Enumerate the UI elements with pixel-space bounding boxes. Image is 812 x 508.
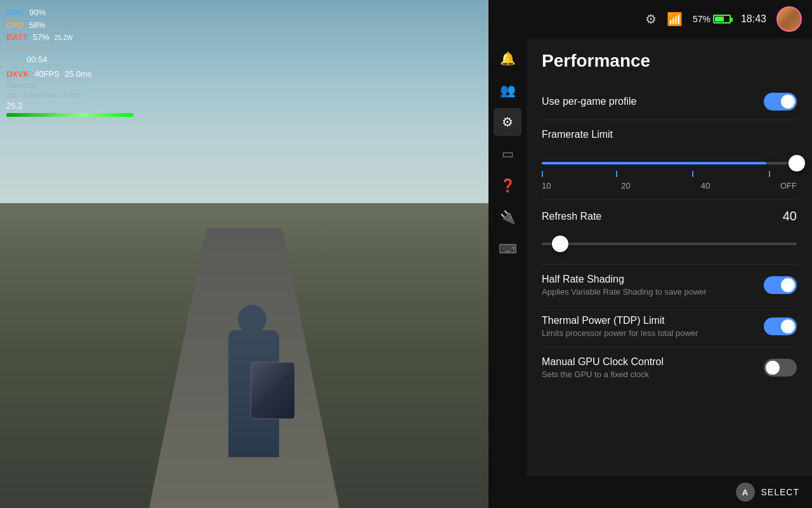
- refresh-slider-track: [542, 243, 797, 245]
- battery-fill: [715, 17, 724, 22]
- hud-overlay: GPU 90% CPU 58% BATT 57% 25.2W Remaining…: [6, 6, 133, 117]
- tdp-limit-knob: [781, 319, 795, 333]
- help-icon: ❓: [500, 178, 516, 193]
- tdp-limit-toggle[interactable]: [764, 318, 797, 335]
- slider-label-20: 20: [621, 181, 630, 190]
- bell-icon: 🔔: [500, 51, 516, 66]
- gpu-clock-row: Manual GPU Clock Control Sets the GPU to…: [542, 347, 797, 388]
- gpu-clock-toggle[interactable]: [764, 359, 797, 377]
- tdp-limit-sublabel: Limits processor power for less total po…: [542, 328, 698, 338]
- half-rate-shading-knob: [781, 278, 795, 292]
- framerate-slider-wrapper[interactable]: [542, 150, 797, 176]
- framerate-slider-labels: 10 20 40 OFF: [542, 181, 797, 190]
- half-rate-shading-text: Half Rate Shading Applies Variable Rate …: [542, 274, 707, 297]
- bottom-bar: A SELECT: [488, 476, 812, 508]
- hud-dxvk-fps: 40FPS: [34, 68, 60, 81]
- sidebar-item-settings[interactable]: ⚙: [494, 108, 521, 136]
- panel-title: Performance: [542, 51, 797, 71]
- gear-icon: ⚙: [502, 114, 513, 130]
- settings-icon[interactable]: ⚙: [645, 11, 657, 27]
- a-button-label: A: [742, 488, 748, 497]
- hud-remaining-label: Remaining Time: [6, 44, 52, 53]
- select-a-button[interactable]: A: [736, 483, 755, 502]
- sidebar-item-help[interactable]: ❓: [494, 171, 521, 199]
- keyboard-icon: ⌨: [499, 241, 517, 257]
- framerate-label: Framerate Limit: [542, 129, 613, 140]
- game-viewport: GPU 90% CPU 58% BATT 57% 25.2W Remaining…: [0, 0, 488, 508]
- gpu-clock-label: Manual GPU Clock Control: [542, 356, 664, 368]
- refresh-rate-section: Refresh Rate 40: [542, 200, 797, 265]
- half-rate-shading-toggle[interactable]: [764, 276, 797, 294]
- hud-gpu-value: 90%: [29, 6, 46, 19]
- framerate-limit-section: Framerate Limit 10 20 4: [542, 120, 797, 200]
- tick-40: [692, 171, 693, 177]
- hud-frametime-label: Frametime: [6, 81, 37, 90]
- tick-10: [542, 171, 543, 177]
- sidebar-item-notification[interactable]: 🔔: [494, 44, 521, 72]
- half-rate-shading-sublabel: Applies Variable Rate Shading to save po…: [542, 287, 707, 297]
- slider-label-40: 40: [701, 181, 710, 190]
- per-game-profile-knob: [781, 95, 795, 109]
- user-avatar[interactable]: [776, 6, 802, 32]
- framerate-slider-fill: [542, 162, 766, 164]
- char-backpack: [251, 362, 295, 419]
- battery-icon: [713, 15, 731, 23]
- settings-panel: ⚙ 📶 57% 18:43 🔔 👥 ⚙ ▭: [488, 0, 812, 508]
- framerate-header: Framerate Limit: [542, 129, 797, 140]
- sidebar-item-display[interactable]: ▭: [494, 140, 521, 168]
- half-rate-shading-label: Half Rate Shading: [542, 274, 707, 285]
- sidebar-item-power[interactable]: 🔌: [494, 203, 521, 231]
- hud-cpu-label: CPU: [6, 19, 23, 32]
- gpu-clock-knob: [766, 361, 780, 375]
- hud-cpu-value: 58%: [29, 19, 45, 32]
- friends-icon: 👥: [500, 83, 516, 98]
- refresh-slider-thumb[interactable]: [552, 236, 568, 252]
- hud-gpu-label: GPU: [6, 6, 24, 19]
- tick-20: [616, 171, 617, 177]
- hud-frametime-detail: min: 19.5ms, max: 25.7ms: [6, 90, 81, 100]
- per-game-profile-toggle[interactable]: [764, 93, 797, 110]
- main-content: Performance Use per-game profile Framera…: [527, 38, 812, 476]
- select-label: SELECT: [761, 487, 799, 497]
- frametime-bar-container: [6, 113, 133, 117]
- refresh-slider-wrapper[interactable]: [542, 232, 797, 255]
- sidebar-item-friends[interactable]: 👥: [494, 76, 521, 104]
- refresh-rate-header: Refresh Rate 40: [542, 209, 797, 224]
- hud-batt-time: 00:54: [27, 53, 48, 66]
- per-game-profile-label: Use per-game profile: [542, 96, 636, 107]
- framerate-slider-thumb[interactable]: [789, 155, 805, 171]
- hud-dxvk-ms: 25.0ms: [65, 68, 92, 81]
- battery-area: 57%: [693, 14, 731, 24]
- hud-batt-label: BATT: [6, 31, 28, 44]
- tdp-limit-text: Thermal Power (TDP) Limit Limits process…: [542, 315, 698, 338]
- tdp-limit-row: Thermal Power (TDP) Limit Limits process…: [542, 306, 797, 347]
- sidebar: 🔔 👥 ⚙ ▭ ❓ 🔌 ⌨: [488, 38, 527, 476]
- power-icon: 🔌: [500, 210, 516, 225]
- clock-display: 18:43: [741, 13, 766, 25]
- game-character: [216, 279, 292, 457]
- top-bar: ⚙ 📶 57% 18:43: [488, 0, 812, 38]
- gpu-clock-text: Manual GPU Clock Control Sets the GPU to…: [542, 356, 664, 379]
- battery-pct-text: 57%: [693, 14, 710, 24]
- panel-body: 🔔 👥 ⚙ ▭ ❓ 🔌 ⌨ Performance: [488, 38, 812, 476]
- framerate-slider-track: [542, 162, 797, 164]
- tick-off: [769, 171, 770, 177]
- refresh-rate-value: 40: [783, 209, 797, 224]
- char-head: [238, 305, 266, 333]
- hud-batt-value: 57%: [33, 31, 49, 44]
- display-icon: ▭: [502, 146, 514, 161]
- per-game-profile-row: Use per-game profile: [542, 84, 797, 120]
- hud-batt-watt: 25.2W: [55, 33, 73, 43]
- gpu-clock-sublabel: Sets the GPU to a fixed clock: [542, 370, 664, 379]
- half-rate-shading-row: Half Rate Shading Applies Variable Rate …: [542, 265, 797, 306]
- refresh-rate-label: Refresh Rate: [542, 211, 601, 222]
- tdp-limit-label: Thermal Power (TDP) Limit: [542, 315, 698, 326]
- hud-frametime-val: 25.2: [6, 100, 22, 112]
- frametime-bar: [6, 113, 133, 117]
- sidebar-item-keyboard[interactable]: ⌨: [494, 235, 521, 263]
- slider-label-off: OFF: [780, 181, 797, 190]
- wifi-icon[interactable]: 📶: [667, 11, 683, 27]
- slider-label-10: 10: [542, 181, 551, 190]
- hud-dxvk-label: DXVK: [6, 68, 29, 81]
